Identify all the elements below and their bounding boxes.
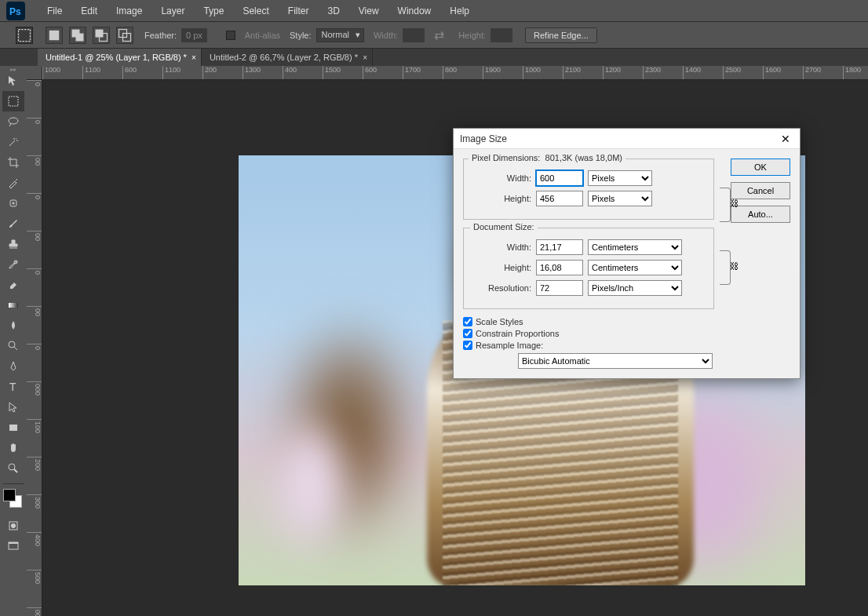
doc-height-input[interactable]: [536, 260, 583, 275]
ruler-tick: 600: [122, 66, 162, 80]
subtract-selection-icon[interactable]: [93, 27, 110, 44]
tab-untitled-2[interactable]: Untitled-2 @ 66,7% (Layer 2, RGB/8) *×: [202, 49, 373, 66]
antialias-checkbox[interactable]: [226, 31, 235, 40]
height-input: [491, 28, 512, 42]
menu-window[interactable]: Window: [388, 5, 441, 16]
ruler-tick: 200: [202, 66, 243, 80]
shape-tool-icon[interactable]: [2, 417, 24, 438]
ok-button[interactable]: OK: [731, 159, 790, 176]
hand-tool-icon[interactable]: [2, 438, 24, 458]
horizontal-ruler: 1000110060011002001300400150060017008001…: [42, 66, 868, 80]
healing-tool-icon[interactable]: [2, 193, 24, 213]
menu-view[interactable]: View: [349, 5, 388, 16]
brush-tool-icon[interactable]: [2, 213, 24, 234]
stamp-tool-icon[interactable]: [2, 234, 24, 254]
doc-width-unit[interactable]: Centimeters: [588, 239, 682, 255]
close-icon[interactable]: ×: [191, 53, 196, 62]
svg-rect-2: [19, 29, 31, 41]
svg-text:T: T: [9, 381, 16, 393]
doc-size-legend: Document Size:: [470, 222, 538, 231]
ruler-tick: 1100: [162, 66, 202, 80]
svg-point-11: [9, 118, 18, 124]
close-icon[interactable]: ✕: [778, 133, 793, 145]
scale-styles-checkbox[interactable]: Scale Styles: [463, 317, 790, 326]
menu-file[interactable]: File: [38, 5, 71, 16]
document-size-group: Document Size: Width: Centimeters Height…: [463, 228, 714, 309]
width-input: [403, 28, 425, 42]
px-height-label: Height:: [472, 194, 531, 203]
feather-label: Feather:: [144, 31, 177, 40]
menu-filter[interactable]: Filter: [279, 5, 319, 16]
px-width-input[interactable]: [536, 170, 583, 186]
ruler-tick: 2700: [803, 66, 843, 80]
menu-layer[interactable]: Layer: [151, 5, 194, 16]
ruler-tick: 1400: [683, 66, 723, 80]
ruler-tick: 300: [27, 494, 42, 532]
new-selection-icon[interactable]: [46, 27, 63, 44]
dialog-titlebar[interactable]: Image Size ✕: [454, 129, 800, 149]
zoom-tool-icon[interactable]: [2, 458, 24, 479]
svg-point-18: [9, 464, 15, 470]
eyedropper-tool-icon[interactable]: [2, 173, 24, 193]
gradient-tool-icon[interactable]: [2, 295, 24, 315]
resample-checkbox[interactable]: Resample Image:: [463, 341, 790, 350]
resample-method-dropdown[interactable]: Bicubic Automatic: [518, 353, 713, 369]
current-tool-icon[interactable]: [16, 27, 33, 44]
feather-input[interactable]: 0 px: [181, 28, 207, 42]
screenmode-icon[interactable]: [2, 536, 24, 556]
close-icon[interactable]: ×: [363, 53, 367, 62]
svg-rect-14: [9, 303, 18, 308]
tools-panel: ▸▸ T: [0, 66, 27, 615]
color-swatches[interactable]: [3, 489, 24, 511]
swap-dims-icon: ⇄: [434, 27, 444, 42]
marquee-tool-icon[interactable]: [2, 91, 24, 111]
vertical-ruler: 00000000000000100200300400500000700: [27, 80, 42, 616]
dodge-tool-icon[interactable]: [2, 336, 24, 356]
pen-tool-icon[interactable]: [2, 356, 24, 377]
doc-width-label: Width:: [472, 242, 531, 252]
history-brush-tool-icon[interactable]: [2, 254, 24, 275]
ruler-tick: 2300: [643, 66, 683, 80]
quickmask-icon[interactable]: [2, 516, 24, 536]
px-height-input[interactable]: [536, 191, 583, 206]
wand-tool-icon[interactable]: [2, 132, 24, 152]
foreground-color-swatch[interactable]: [3, 489, 16, 501]
ruler-tick: 200: [27, 457, 42, 494]
menu-help[interactable]: Help: [440, 5, 479, 16]
menu-edit[interactable]: Edit: [71, 5, 107, 16]
ruler-tick: 0: [27, 118, 42, 155]
doc-width-input[interactable]: [536, 239, 583, 255]
chain-link-icon[interactable]: ⛓: [730, 261, 739, 271]
menu-image[interactable]: Image: [107, 5, 151, 16]
link-bracket-icon: [720, 188, 731, 222]
path-select-tool-icon[interactable]: [2, 397, 24, 417]
px-height-unit[interactable]: Pixels: [588, 191, 652, 206]
lasso-tool-icon[interactable]: [2, 111, 24, 132]
style-label: Style:: [290, 31, 312, 40]
document-tabs: Untitled-1 @ 25% (Layer 1, RGB/8) *× Unt…: [0, 49, 868, 66]
intersect-selection-icon[interactable]: [116, 27, 133, 44]
constrain-proportions-checkbox[interactable]: Constrain Proportions: [463, 329, 790, 338]
tab-untitled-1[interactable]: Untitled-1 @ 25% (Layer 1, RGB/8) *×: [38, 49, 202, 66]
move-tool-icon[interactable]: [2, 71, 24, 91]
crop-tool-icon[interactable]: [2, 152, 24, 173]
px-width-unit[interactable]: Pixels: [588, 170, 652, 186]
auto-button[interactable]: Auto...: [731, 206, 790, 223]
eraser-tool-icon[interactable]: [2, 275, 24, 295]
options-bar: Feather: 0 px Anti-alias Style: Normal▾ …: [0, 22, 868, 49]
add-selection-icon[interactable]: [69, 27, 86, 44]
menu-type[interactable]: Type: [194, 5, 233, 16]
chain-link-icon[interactable]: ⛓: [730, 199, 739, 208]
style-dropdown[interactable]: Normal▾: [316, 28, 364, 42]
resolution-input[interactable]: [536, 280, 583, 296]
doc-height-unit[interactable]: Centimeters: [588, 260, 682, 275]
blur-tool-icon[interactable]: [2, 315, 24, 336]
menu-select[interactable]: Select: [233, 5, 278, 16]
type-tool-icon[interactable]: T: [2, 377, 24, 397]
px-width-label: Width:: [472, 173, 531, 183]
cancel-button[interactable]: Cancel: [731, 182, 790, 199]
ruler-tick: 600: [363, 66, 403, 80]
refine-edge-button[interactable]: Refine Edge...: [525, 27, 597, 43]
resolution-unit[interactable]: Pixels/Inch: [588, 280, 682, 296]
menu-3d[interactable]: 3D: [318, 5, 348, 16]
